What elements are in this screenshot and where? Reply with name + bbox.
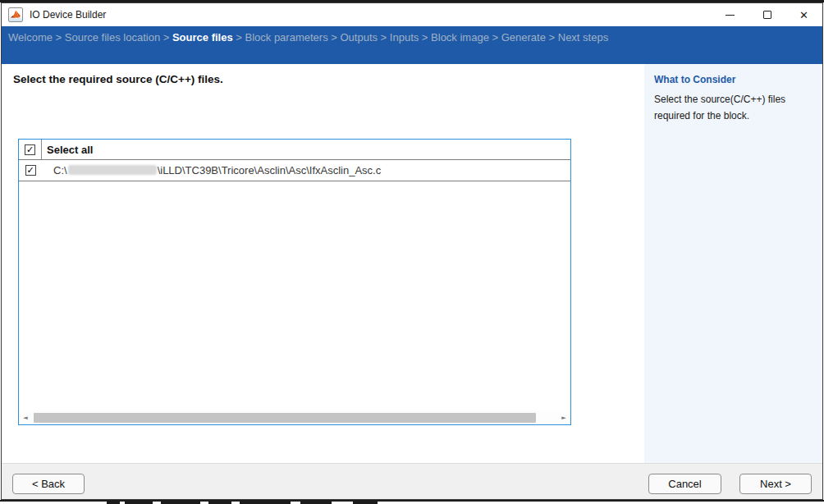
background-window-sliver: [0, 500, 824, 504]
file-row[interactable]: ✓ C:\\iLLD\TC39B\Tricore\Asclin\Asc\IfxA…: [19, 160, 570, 181]
cancel-button[interactable]: Cancel: [648, 474, 721, 494]
breadcrumb-item-block-parameters: Block parameters: [245, 31, 327, 44]
select-all-checkbox[interactable]: ✓: [25, 144, 35, 155]
next-button[interactable]: Next >: [739, 474, 812, 494]
breadcrumb-separator: >: [160, 31, 172, 44]
sidebar-heading: What to Consider: [654, 74, 813, 85]
breadcrumb-separator: >: [378, 31, 390, 44]
io-device-builder-window: IO Device Builder ✕ Welcome > Source fil…: [1, 2, 823, 500]
back-button[interactable]: < Back: [12, 474, 85, 494]
breadcrumb-separator: >: [328, 31, 341, 44]
help-sidebar: What to Consider Select the source(C/C++…: [644, 64, 822, 463]
file-path-prefix: C:\: [53, 164, 67, 176]
breadcrumb-item-outputs: Outputs: [340, 31, 378, 44]
close-button[interactable]: ✕: [785, 3, 822, 26]
maximize-button[interactable]: [748, 3, 785, 26]
table-empty-area: [19, 181, 570, 411]
footer-bar: < Back Cancel Next >: [2, 463, 822, 499]
content-area: Select the required source (C/C++) files…: [2, 64, 822, 463]
matlab-logo-icon: [10, 9, 21, 21]
page-title: Select the required source (C/C++) files…: [13, 73, 223, 85]
sidebar-help-text: Select the source(C/C++) files required …: [654, 92, 813, 125]
check-icon: ✓: [26, 166, 34, 175]
close-icon: ✕: [799, 9, 808, 21]
breadcrumb-separator: >: [53, 31, 65, 44]
window-controls: ✕: [712, 3, 822, 26]
breadcrumb-item-welcome: Welcome: [8, 31, 53, 44]
title-bar: IO Device Builder ✕: [2, 3, 822, 26]
breadcrumb-item-next-steps: Next steps: [558, 31, 608, 44]
breadcrumb-item-block-image: Block image: [431, 31, 489, 44]
minimize-button[interactable]: [712, 3, 748, 26]
main-panel: Select the required source (C/C++) files…: [2, 64, 644, 463]
breadcrumb: Welcome > Source files location > Source…: [2, 26, 822, 64]
table-header-row: ✓ Select all: [19, 140, 570, 160]
scroll-left-arrow-icon[interactable]: ◄: [19, 415, 32, 421]
breadcrumb-item-source-files-location: Source files location: [65, 31, 160, 44]
file-path: C:\\iLLD\TC39B\Tricore\Asclin\Asc\IfxAsc…: [42, 164, 381, 177]
breadcrumb-separator: >: [489, 31, 501, 44]
matlab-app-icon: [8, 7, 23, 22]
scroll-right-arrow-icon[interactable]: ►: [557, 415, 570, 421]
select-all-label: Select all: [42, 144, 93, 156]
file-path-suffix: \iLLD\TC39B\Tricore\Asclin\Asc\IfxAsclin…: [158, 164, 382, 176]
scrollbar-thumb[interactable]: [34, 413, 536, 423]
check-icon: ✓: [26, 145, 34, 154]
redacted-path-segment: [68, 165, 157, 175]
maximize-icon: [763, 11, 771, 19]
breadcrumb-item-generate: Generate: [501, 31, 546, 44]
window-title: IO Device Builder: [30, 9, 106, 21]
horizontal-scrollbar[interactable]: ◄ ►: [19, 411, 570, 424]
minimize-icon: [726, 15, 735, 16]
breadcrumb-separator: >: [233, 31, 245, 44]
breadcrumb-separator: >: [419, 31, 431, 44]
file-checkbox[interactable]: ✓: [25, 165, 36, 176]
breadcrumb-item-inputs: Inputs: [390, 31, 419, 44]
breadcrumb-separator: >: [546, 31, 558, 44]
breadcrumb-item-source-files: Source files: [172, 31, 233, 44]
scrollbar-track[interactable]: [32, 411, 557, 424]
source-file-table: ✓ Select all ✓ C:\\iLLD\TC39B\Tricore\As…: [18, 139, 571, 425]
screenshot-root: IO Device Builder ✕ Welcome > Source fil…: [0, 0, 824, 504]
